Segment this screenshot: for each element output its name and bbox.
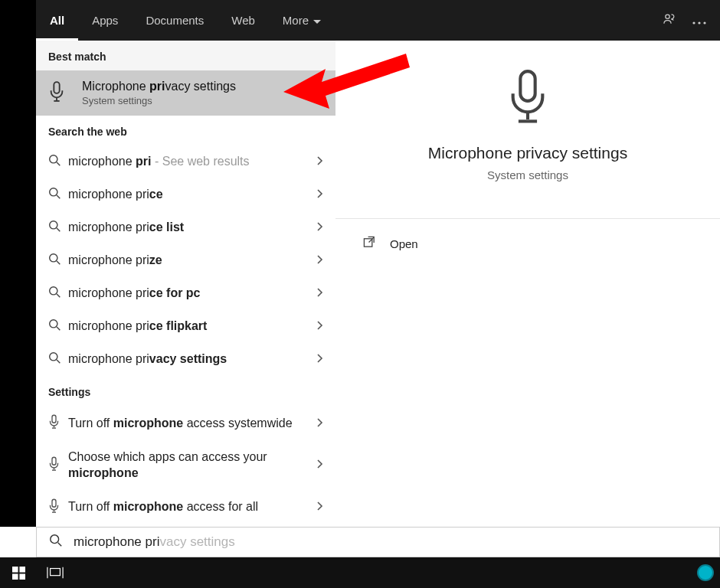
open-action[interactable]: Open — [335, 219, 720, 268]
svg-point-8 — [50, 254, 57, 262]
svg-point-9 — [50, 287, 57, 295]
microphone-icon — [48, 414, 68, 433]
svg-rect-21 — [12, 573, 18, 580]
svg-point-7 — [50, 221, 57, 229]
web-result-text: microphone price for pc — [68, 286, 317, 302]
chevron-right-icon — [317, 255, 323, 266]
web-result-text: microphone price flipkart — [68, 318, 317, 335]
svg-rect-22 — [19, 573, 25, 580]
chevron-right-icon — [317, 418, 323, 430]
search-typed-text: microphone pri — [74, 534, 159, 549]
web-result-text: microphone price — [68, 187, 317, 203]
svg-point-6 — [50, 188, 57, 196]
chevron-right-icon — [317, 354, 323, 365]
svg-point-2 — [698, 21, 700, 24]
web-result-item[interactable]: microphone price flipkart — [36, 310, 335, 343]
microphone-icon — [506, 67, 550, 130]
search-icon — [48, 253, 68, 269]
web-result-item[interactable]: microphone price list — [36, 211, 335, 244]
chevron-right-icon — [317, 222, 323, 234]
chevron-right-icon — [317, 321, 323, 332]
web-result-text: microphone prize — [68, 253, 317, 269]
taskbar — [0, 557, 720, 588]
microphone-icon — [48, 498, 68, 517]
search-filter-tabs: All Apps Documents Web More — [36, 0, 720, 41]
best-match-item[interactable]: Microphone privacy settings System setti… — [36, 70, 335, 116]
chevron-right-icon — [317, 288, 323, 299]
svg-rect-14 — [52, 499, 56, 507]
search-ghost-text: vacy settings — [159, 534, 234, 549]
web-result-text: microphone privacy settings — [68, 351, 317, 368]
settings-result-item[interactable]: Turn off microphone access systemwide — [36, 406, 335, 441]
svg-rect-4 — [54, 82, 59, 93]
svg-rect-23 — [51, 569, 61, 576]
web-result-item[interactable]: microphone pri - See web results — [36, 145, 335, 178]
svg-point-0 — [666, 15, 669, 18]
svg-rect-12 — [52, 415, 56, 423]
tab-documents[interactable]: Documents — [132, 0, 218, 41]
task-view-button[interactable] — [37, 557, 74, 588]
section-best-match: Best match — [36, 41, 335, 70]
search-icon — [49, 534, 63, 550]
start-button[interactable] — [0, 557, 37, 588]
chevron-right-icon — [317, 156, 323, 168]
svg-point-10 — [50, 320, 57, 328]
svg-rect-20 — [19, 567, 25, 573]
svg-point-5 — [50, 155, 57, 163]
settings-result-text: Turn off microphone access systemwide — [68, 416, 317, 432]
tab-web[interactable]: Web — [218, 0, 269, 41]
result-preview: Microphone privacy settings System setti… — [335, 41, 720, 527]
settings-result-text: Turn off microphone access for all — [68, 499, 317, 515]
microphone-icon — [48, 456, 68, 475]
preview-title: Microphone privacy settings — [335, 144, 720, 162]
web-result-item[interactable]: microphone privacy settings — [36, 343, 335, 376]
web-result-item[interactable]: microphone price — [36, 178, 335, 211]
best-match-subtitle: System settings — [82, 95, 236, 106]
search-results: Best match Microphone privacy settings S… — [36, 41, 335, 527]
search-bar[interactable]: microphone privacy settings — [36, 527, 720, 557]
web-result-text: microphone price list — [68, 220, 317, 236]
tab-all[interactable]: All — [36, 0, 78, 41]
search-icon — [48, 220, 68, 236]
search-icon — [48, 286, 68, 302]
search-icon — [48, 154, 68, 170]
tab-apps[interactable]: Apps — [78, 0, 132, 41]
taskbar-tray-item[interactable] — [683, 557, 720, 588]
section-search-web: Search the web — [36, 116, 335, 145]
preview-subtitle: System settings — [335, 168, 720, 181]
best-match-title: Microphone privacy settings — [82, 80, 236, 93]
open-label: Open — [390, 237, 418, 250]
open-icon — [363, 236, 376, 251]
feedback-icon[interactable] — [662, 11, 677, 30]
search-icon — [48, 351, 68, 368]
section-settings: Settings — [36, 376, 335, 406]
settings-result-item[interactable]: Turn off microphone access for all — [36, 490, 335, 525]
web-result-item[interactable]: microphone price for pc — [36, 277, 335, 310]
settings-result-item[interactable]: Choose which apps can access your microp… — [36, 441, 335, 490]
side-gutter — [0, 0, 36, 527]
settings-result-text: Choose which apps can access your microp… — [68, 449, 317, 482]
tab-more-label: More — [283, 14, 309, 27]
svg-point-1 — [692, 21, 695, 24]
web-result-text: microphone pri - See web results — [68, 154, 317, 170]
microphone-icon — [48, 80, 68, 106]
chevron-right-icon — [317, 501, 323, 513]
chevron-right-icon — [317, 459, 323, 471]
svg-rect-15 — [520, 71, 535, 101]
search-icon — [48, 318, 68, 335]
web-result-item[interactable]: microphone prize — [36, 244, 335, 277]
more-options-icon[interactable] — [692, 14, 706, 28]
svg-point-11 — [50, 353, 57, 361]
svg-rect-19 — [12, 567, 18, 573]
svg-point-18 — [51, 535, 59, 544]
svg-rect-13 — [52, 457, 56, 465]
chevron-down-icon — [313, 14, 321, 27]
search-icon — [48, 187, 68, 203]
tab-more[interactable]: More — [269, 0, 335, 41]
svg-point-3 — [703, 21, 705, 24]
chevron-right-icon — [317, 189, 323, 201]
